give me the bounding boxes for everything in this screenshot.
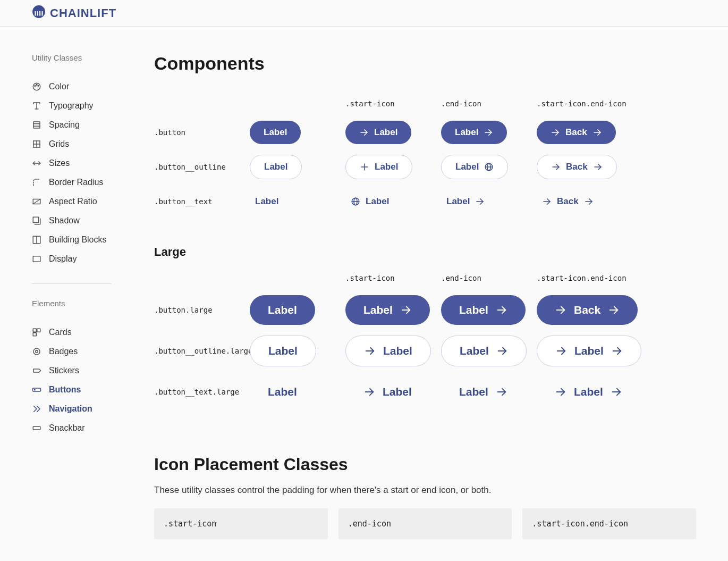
row-label: .button__outline.large bbox=[154, 337, 250, 365]
button-label: Label bbox=[264, 162, 287, 172]
sidebar-item-shadow[interactable]: Shadow bbox=[32, 211, 122, 230]
svg-rect-39 bbox=[39, 11, 40, 15]
sidebar-item-snackbar[interactable]: Snackbar bbox=[32, 418, 122, 438]
col-header bbox=[250, 99, 345, 111]
sidebar-item-cards[interactable]: Cards bbox=[32, 323, 122, 342]
button-label: Label bbox=[366, 196, 389, 207]
sidebar-item-color[interactable]: Color bbox=[32, 77, 122, 96]
sidebar-item-building-blocks[interactable]: Building Blocks bbox=[32, 230, 122, 249]
sidebar-item-label: Cards bbox=[49, 328, 72, 337]
sidebar-item-label: Aspect Ratio bbox=[49, 197, 97, 206]
button-text[interactable]: Label bbox=[250, 190, 284, 213]
cards-icon bbox=[32, 328, 41, 337]
sidebar-item-display[interactable]: Display bbox=[32, 249, 122, 269]
col-header: .start-icon bbox=[345, 270, 441, 290]
sidebar-item-spacing[interactable]: Spacing bbox=[32, 115, 122, 135]
button-label: Label bbox=[446, 196, 470, 207]
sidebar-item-label: Shadow bbox=[49, 216, 80, 225]
snackbar-icon bbox=[32, 423, 41, 433]
button-label: Back bbox=[574, 304, 600, 316]
sidebar-section-utility: Utility Classes bbox=[32, 53, 122, 62]
sidebar: Utility Classes Color Typography Spacing… bbox=[0, 27, 138, 561]
col-header bbox=[250, 274, 345, 286]
button-outline[interactable]: Label bbox=[250, 155, 302, 179]
button-text-large[interactable]: Label bbox=[250, 377, 315, 407]
button-label: Label bbox=[460, 345, 489, 357]
code-chip-row: .start-icon .end-icon .start-icon.end-ic… bbox=[154, 508, 696, 539]
button-outline-large-both-icon[interactable]: Label bbox=[537, 336, 641, 366]
sidebar-item-grids[interactable]: Grids bbox=[32, 135, 122, 154]
svg-point-36 bbox=[32, 5, 45, 18]
button-label: Label bbox=[574, 345, 604, 357]
button-outline-end-icon[interactable]: Label bbox=[441, 155, 508, 179]
button-text-end-icon[interactable]: Label bbox=[441, 190, 490, 213]
button-label: Label bbox=[363, 304, 393, 316]
button-label: Label bbox=[459, 304, 488, 316]
button-label: Label bbox=[268, 304, 297, 316]
button-label: Label bbox=[268, 386, 297, 398]
brand-icon bbox=[32, 5, 46, 22]
button-text-large-end-icon[interactable]: Label bbox=[441, 377, 526, 407]
button-text-large-start-icon[interactable]: Label bbox=[345, 377, 430, 407]
arrow-right-icon bbox=[400, 304, 412, 316]
sidebar-item-sizes[interactable]: Sizes bbox=[32, 154, 122, 173]
arrow-right-icon bbox=[475, 197, 485, 206]
row-label: .button.large bbox=[154, 296, 250, 324]
sidebar-item-buttons[interactable]: Buttons bbox=[32, 380, 122, 399]
sidebar-item-badges[interactable]: Badges bbox=[32, 342, 122, 361]
arrow-right-icon bbox=[593, 162, 603, 172]
col-header: .start-icon.end-icon bbox=[537, 95, 632, 115]
row-label: .button__text.large bbox=[154, 378, 250, 406]
sidebar-item-label: Sizes bbox=[49, 158, 70, 168]
sidebar-section-elements: Elements bbox=[32, 299, 122, 308]
button-outline-both-icon[interactable]: Back bbox=[537, 155, 617, 179]
button-label: Label bbox=[455, 162, 479, 172]
icon-section-desc: These utility classes control the paddin… bbox=[154, 485, 696, 496]
arrow-right-icon bbox=[555, 386, 566, 398]
button-filled-end-icon[interactable]: Label bbox=[441, 121, 507, 144]
arrow-right-icon bbox=[555, 304, 566, 316]
sidebar-item-label: Stickers bbox=[49, 366, 79, 375]
button-text-large-both-icon[interactable]: Label bbox=[537, 377, 640, 407]
arrow-right-icon bbox=[359, 128, 369, 137]
sidebar-item-typography[interactable]: Typography bbox=[32, 96, 122, 115]
sidebar-item-label: Color bbox=[49, 82, 69, 91]
button-filled-large-both-icon[interactable]: Back bbox=[537, 295, 638, 325]
button-filled-both-icon[interactable]: Back bbox=[537, 121, 616, 144]
button-filled-large[interactable]: Label bbox=[250, 295, 315, 325]
sidebar-item-aspect-ratio[interactable]: Aspect Ratio bbox=[32, 192, 122, 211]
button-label: Label bbox=[375, 162, 398, 172]
code-chip: .start-icon.end-icon bbox=[522, 508, 696, 539]
arrow-right-icon bbox=[496, 304, 507, 316]
row-label: .button bbox=[154, 119, 250, 146]
sidebar-item-label: Typography bbox=[49, 101, 94, 111]
display-icon bbox=[32, 254, 41, 264]
button-text-both-icon[interactable]: Back bbox=[537, 190, 599, 213]
button-text-start-icon[interactable]: Label bbox=[345, 190, 394, 213]
button-outline-large-end-icon[interactable]: Label bbox=[441, 336, 527, 366]
button-filled-large-end-icon[interactable]: Label bbox=[441, 295, 526, 325]
svg-rect-37 bbox=[35, 11, 36, 15]
button-filled-large-start-icon[interactable]: Label bbox=[345, 295, 430, 325]
button-label: Label bbox=[455, 127, 478, 138]
sidebar-item-navigation[interactable]: Navigation bbox=[32, 399, 122, 418]
button-outline-large-start-icon[interactable]: Label bbox=[345, 336, 431, 366]
spacing-icon bbox=[32, 120, 41, 130]
brand-logo[interactable]: CHAINLIFT bbox=[32, 5, 116, 22]
type-icon bbox=[32, 101, 41, 111]
button-filled[interactable]: Label bbox=[250, 121, 301, 144]
sidebar-item-label: Display bbox=[49, 254, 77, 264]
button-label: Back bbox=[565, 127, 587, 138]
button-outline-start-icon[interactable]: Label bbox=[345, 155, 412, 179]
button-filled-start-icon[interactable]: Label bbox=[345, 121, 411, 144]
col-header: .end-icon bbox=[441, 95, 537, 115]
sidebar-item-stickers[interactable]: Stickers bbox=[32, 361, 122, 380]
col-header: .start-icon.end-icon bbox=[537, 270, 632, 290]
arrow-right-icon bbox=[363, 386, 375, 398]
button-outline-large[interactable]: Label bbox=[250, 336, 316, 366]
icon-section-title: Icon Placement Classes bbox=[154, 455, 696, 474]
sizes-icon bbox=[32, 158, 41, 168]
sidebar-item-label: Buttons bbox=[49, 385, 81, 395]
arrow-right-icon bbox=[496, 345, 508, 357]
sidebar-item-border-radius[interactable]: Border Radius bbox=[32, 173, 122, 192]
